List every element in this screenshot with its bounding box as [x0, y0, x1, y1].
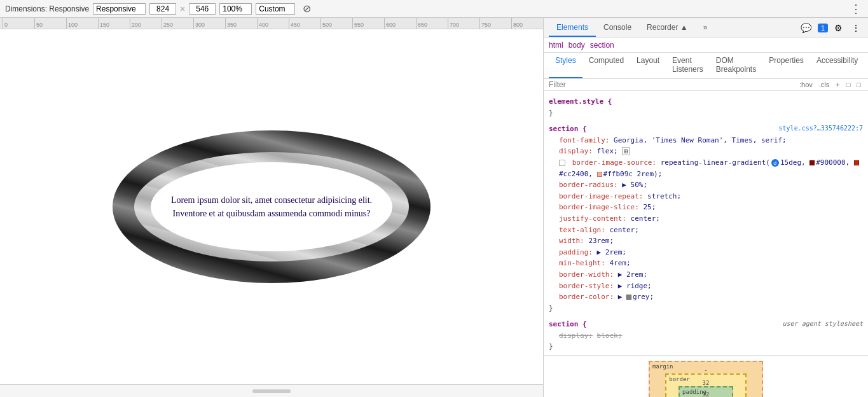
- styles-content: element.style { } style.css?…335746222:7…: [544, 91, 868, 397]
- breadcrumb-html[interactable]: html: [549, 41, 563, 50]
- filter-input[interactable]: [549, 80, 795, 89]
- filter-add[interactable]: +: [834, 80, 841, 89]
- swatch-cc2400[interactable]: [854, 160, 859, 165]
- filter-hov[interactable]: :hov: [797, 80, 815, 89]
- devtools-pane: Elements Console Recorder ▲ » 💬 1 ⚙ ⋮ ht…: [544, 18, 868, 397]
- filter-controls: :hov .cls + □ □: [797, 80, 863, 89]
- prop-name-border-image-repeat[interactable]: border-image-repeat:: [559, 192, 643, 200]
- prop-value-display: flex;: [597, 147, 623, 155]
- prop-value-font-family: Georgia, 'Times New Roman', Times, serif…: [614, 136, 787, 144]
- filter-copy[interactable]: □: [844, 80, 853, 89]
- section-rule-closing: }: [549, 303, 863, 314]
- subtab-dom-breakpoints[interactable]: DOM Breakpoints: [710, 53, 762, 78]
- more-options-button[interactable]: ⋮: [850, 2, 863, 16]
- height-input[interactable]: 546: [189, 3, 216, 15]
- devtools-right-icons: 💬 1 ⚙ ⋮: [798, 22, 863, 34]
- prop-value-border-image-repeat: stretch;: [647, 192, 681, 200]
- ruler-mark-800: 800: [511, 18, 543, 29]
- box-margin: margin - - border 32 32: [649, 361, 763, 397]
- breadcrumb-section[interactable]: section: [590, 41, 614, 50]
- prop-name-font-family[interactable]: font-family:: [559, 136, 609, 144]
- prop-name-text-align[interactable]: text-align:: [559, 226, 605, 234]
- css-closing-brace-ua: }: [549, 342, 553, 351]
- filter-cls[interactable]: .cls: [817, 80, 832, 89]
- element-style-block: element.style { }: [544, 94, 868, 121]
- ua-rule-closing: }: [549, 341, 863, 352]
- prop-value-border-width: ▶ 2rem;: [618, 270, 647, 279]
- tab-recorder[interactable]: Recorder ▲: [639, 19, 696, 37]
- css-prop-border-radius: border-radius: ▶ 50%;: [559, 179, 863, 191]
- settings-icon[interactable]: ⚙: [832, 22, 845, 34]
- dimensions-select[interactable]: Responsive: [93, 3, 146, 15]
- panel-tabs: Elements Console Recorder ▲ »: [549, 19, 793, 37]
- tab-more[interactable]: »: [696, 19, 715, 37]
- box-padding: padding 32 32 368×89: [679, 386, 733, 397]
- prop-value-width: 23rem;: [588, 237, 614, 245]
- section-rule-block: style.css?…335746222:7 section { font-fa…: [544, 121, 868, 316]
- prop-name-justify-content[interactable]: justify-content:: [559, 214, 626, 223]
- swatch-900000[interactable]: [809, 160, 815, 165]
- prop-name-border-width[interactable]: border-width:: [559, 270, 614, 279]
- styles-filter: :hov .cls + □ □: [544, 79, 868, 91]
- ruler-mark-250: 250: [162, 18, 193, 29]
- swatch-grey[interactable]: [626, 295, 631, 300]
- ruler-mark-300: 300: [193, 18, 225, 29]
- more-devtools-icon[interactable]: ⋮: [849, 22, 863, 34]
- css-prop-justify-content: justify-content: center;: [559, 213, 863, 225]
- ruler-mark-750: 750: [479, 18, 511, 29]
- custom-select[interactable]: Custom: [256, 3, 295, 15]
- ruler-mark-200: 200: [130, 18, 162, 29]
- prop-name-display-ua[interactable]: display:: [559, 331, 593, 340]
- tab-console[interactable]: Console: [596, 19, 639, 37]
- ruler-mark-400: 400: [257, 18, 289, 29]
- ruler-mark-500: 500: [320, 18, 352, 29]
- prop-value-border-image-slice: 25;: [643, 203, 656, 211]
- prop-name-display[interactable]: display:: [559, 147, 593, 155]
- css-source-link[interactable]: style.css?…335746222:7: [779, 123, 863, 134]
- subtab-computed[interactable]: Computed: [582, 53, 630, 78]
- css-prop-border-image-slice: border-image-slice: 25;: [559, 202, 863, 213]
- prop-name-border-radius[interactable]: border-radius:: [559, 181, 618, 189]
- swatch-ffb09c[interactable]: [597, 172, 602, 177]
- prop-value-justify-content: center;: [631, 214, 660, 223]
- flex-grid-icon[interactable]: ⊞: [622, 147, 630, 155]
- rotate-icon[interactable]: ⊘: [303, 3, 311, 15]
- subtab-accessibility[interactable]: Accessibility: [810, 53, 864, 78]
- subtab-properties[interactable]: Properties: [762, 53, 810, 78]
- ruler-mark-550: 550: [352, 18, 384, 29]
- subtab-event-listeners[interactable]: Event Listeners: [666, 53, 710, 78]
- prop-name-width[interactable]: width:: [559, 237, 584, 245]
- subtab-layout[interactable]: Layout: [630, 53, 666, 78]
- css-prop-text-align: text-align: center;: [559, 225, 863, 236]
- chat-icon[interactable]: 💬: [798, 22, 814, 34]
- prop-value-min-height: 4rem;: [609, 259, 630, 267]
- ellipse-wrapper: Lorem ipsum dolor sit, amet consectetur …: [113, 130, 431, 283]
- ruler-mark-450: 450: [289, 18, 320, 29]
- prop-name-min-height[interactable]: min-height:: [559, 259, 605, 267]
- prop-name-border-image-source[interactable]: border-image-source:: [572, 158, 656, 167]
- section-selector-line: style.css?…335746222:7 section {: [549, 123, 863, 135]
- css-prop-border-style: border-style: ▶ ridge;: [559, 281, 863, 292]
- main-area: 0 50 100 150 200 250 300 350 400 450 500…: [0, 18, 868, 397]
- ruler-mark-350: 350: [225, 18, 257, 29]
- padding-label: padding: [682, 389, 706, 395]
- tab-elements[interactable]: Elements: [549, 19, 596, 37]
- css-prop-border-width: border-width: ▶ 2rem;: [559, 269, 863, 281]
- filter-view[interactable]: □: [855, 80, 863, 89]
- prop-name-border-style[interactable]: border-style:: [559, 282, 614, 290]
- scroll-handle[interactable]: [252, 389, 291, 393]
- ruler-mark-700: 700: [448, 18, 479, 29]
- breadcrumb-body[interactable]: body: [568, 41, 585, 50]
- zoom-select[interactable]: 100%: [219, 3, 252, 15]
- subtab-styles[interactable]: Styles: [549, 53, 582, 78]
- prop-checkbox-border-image[interactable]: [559, 160, 565, 166]
- gradient-info-icon[interactable]: ↺: [771, 159, 779, 167]
- element-style-selector: element.style {: [549, 96, 863, 108]
- prop-name-padding[interactable]: padding:: [559, 248, 593, 256]
- width-input[interactable]: 824: [149, 3, 176, 15]
- box-model-section: margin - - border 32 32: [544, 355, 868, 397]
- prop-name-border-color[interactable]: border-color:: [559, 293, 614, 301]
- preview-content: Lorem ipsum dolor sit, amet consectetur …: [0, 29, 543, 384]
- prop-name-border-image-slice[interactable]: border-image-slice:: [559, 203, 639, 211]
- ua-label: user agent stylesheet: [783, 319, 863, 329]
